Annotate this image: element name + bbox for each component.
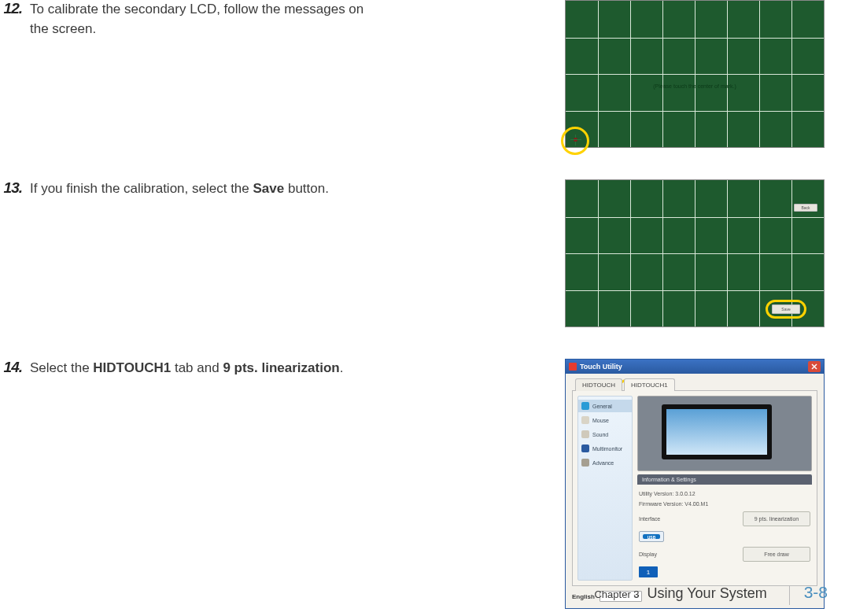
- close-button[interactable]: [808, 361, 821, 372]
- window-titlebar: Touch Utility: [566, 360, 824, 374]
- step-13: 13. If you finish the calibration, selec…: [0, 179, 825, 327]
- calibration-message: (Please touch the center of mark.): [653, 83, 736, 88]
- linearization-button[interactable]: 9 pts. linearization: [743, 511, 810, 526]
- close-icon: [811, 363, 817, 370]
- tab-panel: General Mouse Sound: [572, 390, 817, 586]
- sound-icon: [581, 430, 589, 438]
- step-12: 12. To calibrate the secondary LCD, foll…: [0, 0, 825, 148]
- step-number: 13.: [0, 179, 25, 197]
- sidebar-item-advance[interactable]: Advance: [578, 456, 632, 469]
- step-text: If you finish the calibration, select th…: [25, 179, 329, 199]
- sidebar-item-mouse[interactable]: Mouse: [578, 414, 632, 426]
- firmware-version: Firmware Version: V4.00.M1: [639, 501, 810, 507]
- svg-text:USB: USB: [648, 535, 656, 540]
- app-icon: [569, 363, 577, 371]
- mouse-icon: [581, 416, 589, 424]
- chapter-title: Using Your System: [648, 585, 767, 602]
- window-title: Touch Utility: [580, 363, 622, 371]
- tab-bar: HIDTOUCH HIDTOUCH1: [575, 378, 817, 391]
- step-number: 14.: [0, 359, 25, 376]
- tab-hidtouch[interactable]: HIDTOUCH: [575, 378, 622, 391]
- display-label: Display: [639, 551, 738, 557]
- calibration-screenshot-1: (Please touch the center of mark.): [565, 0, 825, 148]
- highlight-circle-icon: [561, 127, 589, 155]
- step-14: 14. Select the HIDTOUCH1 tab and 9 pts. …: [0, 359, 825, 609]
- free-draw-button[interactable]: Free draw: [743, 547, 810, 562]
- touch-utility-window: Touch Utility HIDTOUCH HIDTOUCH1: [565, 359, 825, 609]
- touch-utility-screenshot: Touch Utility HIDTOUCH HIDTOUCH1: [565, 359, 825, 609]
- general-icon: [581, 402, 589, 410]
- sidebar-item-general[interactable]: General: [578, 400, 632, 412]
- tab-hidtouch1[interactable]: HIDTOUCH1: [624, 378, 675, 391]
- settings-sidebar: General Mouse Sound: [577, 396, 633, 581]
- back-button[interactable]: Back: [794, 204, 817, 212]
- step-number: 12.: [0, 0, 25, 17]
- chapter-label: Chapter 3: [594, 588, 639, 600]
- sidebar-item-sound[interactable]: Sound: [578, 428, 632, 441]
- highlight-oval-icon: [766, 300, 806, 319]
- gear-icon: [581, 459, 589, 467]
- monitor-preview: [637, 396, 812, 471]
- multimonitor-icon: [581, 444, 589, 452]
- language-label: English: [572, 593, 595, 600]
- step-text: Select the HIDTOUCH1 tab and 9 pts. line…: [25, 359, 343, 378]
- display-number-badge: 1: [639, 566, 658, 577]
- monitor-icon: [662, 404, 772, 459]
- step-text: To calibrate the secondary LCD, follow t…: [25, 0, 379, 39]
- utility-version: Utility Version: 3.0.0.12: [639, 491, 810, 496]
- calibration-screenshot-2: Back Save: [565, 179, 825, 327]
- calibration-screen: Back Save: [565, 179, 825, 327]
- sidebar-item-multimonitor[interactable]: Multimonitor: [578, 442, 632, 455]
- calibration-screen: (Please touch the center of mark.): [565, 0, 825, 148]
- interface-label: Interface: [639, 516, 738, 522]
- usb-icon: USB: [639, 531, 664, 542]
- info-header: Information & Settings: [637, 474, 812, 485]
